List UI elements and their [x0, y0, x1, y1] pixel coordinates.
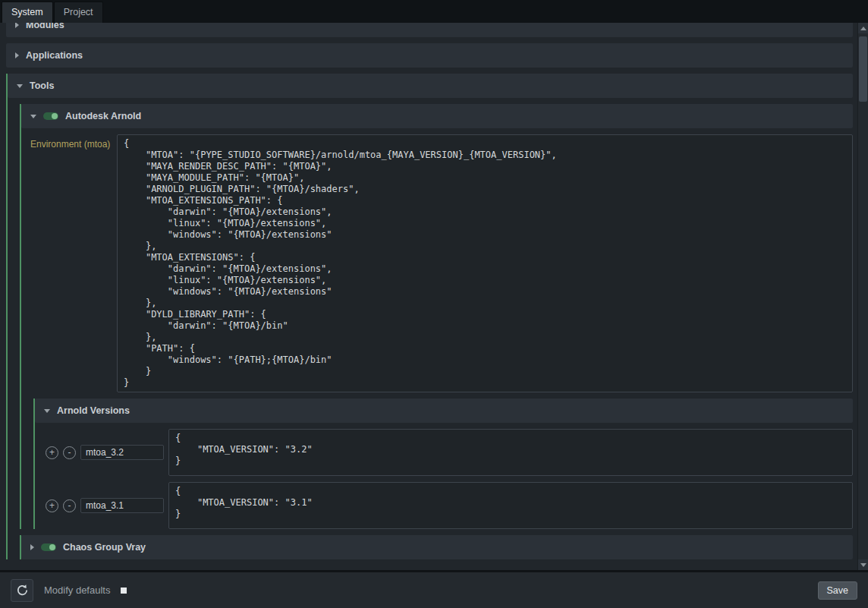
version-key-input[interactable] [80, 445, 164, 460]
autodesk-arnold-body: Environment (mtoa) { "MTOA": "{PYPE_STUD… [21, 134, 853, 529]
arnold-versions-header[interactable]: Arnold Versions [35, 399, 853, 423]
footer-bar: Modify defaults Save [0, 570, 868, 608]
chevron-down-icon [17, 84, 23, 88]
section-tools-header[interactable]: Tools [8, 74, 853, 98]
settings-scroll-area: Modules Applications Tools [0, 23, 857, 570]
chaos-group-vray-title: Chaos Group Vray [63, 542, 146, 553]
save-button[interactable]: Save [818, 581, 858, 600]
remove-version-button[interactable]: - [63, 499, 76, 512]
settings-window: System Project Modules Applications [0, 0, 868, 608]
section-autodesk-arnold: Autodesk Arnold Environment (mtoa) { "MT… [20, 104, 853, 529]
arrow-up-icon [860, 27, 866, 30]
chevron-down-icon [44, 409, 50, 413]
vray-enabled-toggle[interactable] [41, 543, 56, 551]
modify-defaults-checkbox[interactable] [121, 588, 127, 594]
section-tools-body: Autodesk Arnold Environment (mtoa) { "MT… [8, 104, 853, 559]
modify-defaults-label: Modify defaults [44, 584, 110, 596]
section-chaos-group-vray: Chaos Group Vray [20, 535, 853, 559]
version-row: + - { "MTOA_VERSION": "3.2" } [35, 429, 853, 476]
section-modules: Modules [6, 23, 853, 37]
tab-system[interactable]: System [2, 2, 53, 23]
version-row: + - { "MTOA_VERSION": "3.1" } [35, 482, 853, 529]
refresh-icon [16, 584, 29, 597]
section-applications-header[interactable]: Applications [6, 43, 853, 68]
section-modules-header[interactable]: Modules [6, 23, 853, 37]
section-tools-title: Tools [30, 80, 54, 91]
scrollbar-up-arrow[interactable] [858, 23, 868, 33]
settings-content: Modules Applications Tools [0, 23, 868, 570]
scrollbar-down-arrow[interactable] [858, 559, 868, 570]
environment-json-editor[interactable]: { "MTOA": "{PYPE_STUDIO_SOFTWARE}/arnold… [117, 134, 853, 392]
add-version-button[interactable]: + [46, 446, 58, 459]
section-tools: Tools Autodesk Arnold Envir [6, 74, 853, 559]
add-version-button[interactable]: + [46, 499, 58, 512]
chaos-group-vray-header[interactable]: Chaos Group Vray [21, 535, 853, 559]
version-json-editor[interactable]: { "MTOA_VERSION": "3.1" } [168, 482, 853, 529]
autodesk-arnold-title: Autodesk Arnold [65, 111, 141, 121]
chevron-right-icon [30, 544, 34, 550]
vertical-scrollbar[interactable] [857, 23, 868, 570]
arnold-versions-title: Arnold Versions [57, 405, 130, 416]
section-arnold-versions: Arnold Versions + - { "MTOA_VERSION": "3… [33, 399, 853, 529]
version-key-input[interactable] [80, 498, 164, 513]
scrollbar-thumb[interactable] [859, 36, 867, 102]
section-applications-title: Applications [26, 50, 83, 61]
environment-field-row: Environment (mtoa) { "MTOA": "{PYPE_STUD… [30, 134, 853, 392]
chevron-right-icon [15, 23, 19, 28]
section-applications: Applications [6, 43, 853, 68]
section-modules-title: Modules [26, 23, 64, 30]
chevron-down-icon [30, 115, 36, 118]
scrollbar-track[interactable] [858, 33, 868, 559]
autodesk-arnold-header[interactable]: Autodesk Arnold [21, 104, 853, 128]
toggle-knob [52, 113, 58, 119]
arrow-down-icon [860, 563, 866, 567]
version-json-editor[interactable]: { "MTOA_VERSION": "3.2" } [168, 429, 853, 476]
tab-project[interactable]: Project [54, 2, 103, 23]
refresh-button[interactable] [11, 579, 33, 602]
tab-bar: System Project [0, 0, 868, 23]
arnold-enabled-toggle[interactable] [43, 112, 58, 120]
toggle-knob [49, 544, 55, 550]
remove-version-button[interactable]: - [63, 446, 76, 459]
chevron-right-icon [15, 52, 19, 58]
environment-label: Environment (mtoa) [30, 134, 117, 392]
